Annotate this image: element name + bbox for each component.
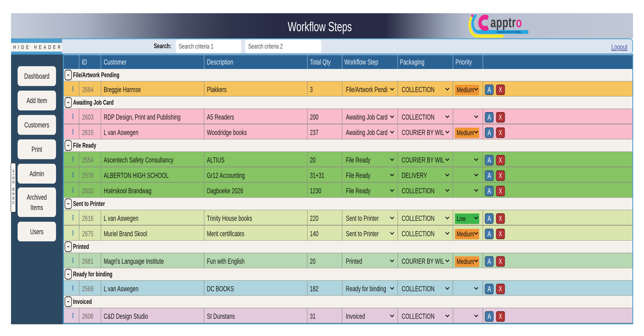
svg-text:WORKFLOW SYSTEMS: WORKFLOW SYSTEMS	[497, 30, 521, 33]
svg-text:apptro: apptro	[490, 15, 522, 30]
